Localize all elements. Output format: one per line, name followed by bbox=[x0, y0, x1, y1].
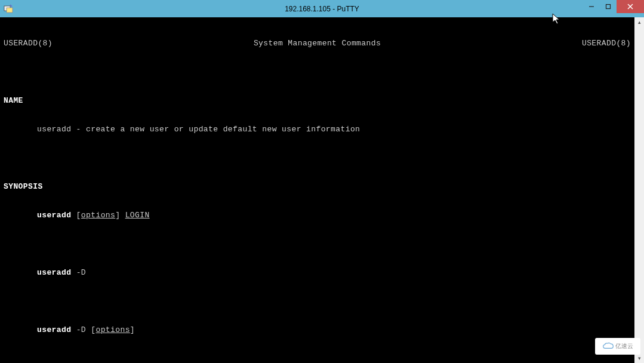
synopsis-opt: options bbox=[95, 325, 130, 334]
svg-rect-3 bbox=[606, 5, 611, 9]
close-button[interactable] bbox=[617, 0, 644, 13]
terminal-output[interactable]: USERADD(8) System Management Commands US… bbox=[0, 17, 634, 363]
header-right: USERADD(8) bbox=[582, 39, 631, 48]
watermark-text: 亿速云 bbox=[615, 342, 633, 350]
terminal-wrapper: USERADD(8) System Management Commands US… bbox=[0, 17, 644, 363]
synopsis-flag: -D bbox=[76, 268, 86, 277]
header-left: USERADD(8) bbox=[4, 39, 53, 48]
svg-rect-1 bbox=[7, 8, 13, 13]
maximize-button[interactable] bbox=[600, 0, 617, 13]
section-synopsis: SYNOPSIS bbox=[4, 182, 43, 191]
scroll-down-arrow-icon[interactable]: ▾ bbox=[634, 353, 644, 363]
section-name: NAME bbox=[4, 96, 23, 105]
synopsis-cmd: useradd bbox=[37, 268, 71, 277]
synopsis-flag: -D bbox=[76, 325, 86, 334]
title-bar[interactable]: 192.168.1.105 - PuTTY bbox=[0, 0, 644, 17]
app-icon bbox=[4, 4, 13, 14]
scroll-track[interactable] bbox=[634, 27, 644, 353]
minimize-button[interactable] bbox=[583, 0, 600, 13]
scrollbar[interactable]: ▴ ▾ bbox=[634, 17, 644, 363]
window-controls bbox=[583, 0, 644, 13]
header-center: System Management Commands bbox=[254, 39, 381, 48]
synopsis-cmd: useradd bbox=[37, 325, 71, 334]
window-title: 192.168.1.105 - PuTTY bbox=[0, 5, 644, 13]
synopsis-cmd: useradd bbox=[37, 211, 71, 220]
watermark-badge: 亿速云 bbox=[595, 338, 640, 355]
name-line: useradd - create a new user or update de… bbox=[37, 125, 360, 134]
man-header: USERADD(8) System Management Commands US… bbox=[4, 39, 631, 48]
synopsis-login: LOGIN bbox=[125, 211, 150, 220]
scroll-up-arrow-icon[interactable]: ▴ bbox=[634, 17, 644, 27]
synopsis-opt: options bbox=[81, 211, 115, 220]
